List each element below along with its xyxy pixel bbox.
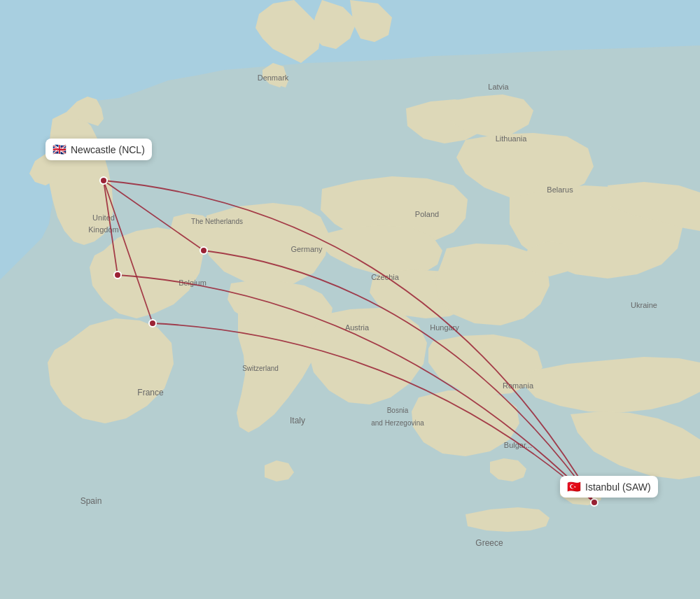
svg-text:Denmark: Denmark xyxy=(258,73,289,82)
svg-text:Belgium: Belgium xyxy=(178,279,206,287)
svg-text:Spain: Spain xyxy=(80,496,102,506)
turkey-flag-icon: 🇹🇷 xyxy=(567,480,581,493)
svg-text:Hungary: Hungary xyxy=(430,323,459,332)
svg-text:and Herzegovina: and Herzegovina xyxy=(371,419,424,427)
newcastle-label: 🇬🇧 Newcastle (NCL) xyxy=(46,139,152,160)
svg-text:France: France xyxy=(137,388,164,397)
istanbul-label: 🇹🇷 Istanbul (SAW) xyxy=(560,476,658,498)
svg-text:United: United xyxy=(92,213,115,222)
svg-text:Bosnia: Bosnia xyxy=(387,407,409,414)
svg-text:Greece: Greece xyxy=(475,538,503,548)
svg-text:Latvia: Latvia xyxy=(488,83,509,91)
svg-text:Kingdom: Kingdom xyxy=(88,225,118,234)
svg-text:The Netherlands: The Netherlands xyxy=(191,218,243,225)
svg-text:Romania: Romania xyxy=(503,381,534,390)
uk-flag-icon: 🇬🇧 xyxy=(52,143,66,156)
map-container: Denmark Latvia Lithuania Belarus Ukraine… xyxy=(0,0,700,599)
svg-text:Czechia: Czechia xyxy=(371,273,400,281)
istanbul-label-text: Istanbul (SAW) xyxy=(585,481,651,493)
newcastle-label-text: Newcastle (NCL) xyxy=(71,144,145,155)
map-svg: Denmark Latvia Lithuania Belarus Ukraine… xyxy=(0,0,700,599)
svg-text:Germany: Germany xyxy=(290,245,323,253)
svg-text:Belarus: Belarus xyxy=(547,185,573,194)
svg-text:Switzerland: Switzerland xyxy=(242,365,279,372)
svg-text:Italy: Italy xyxy=(290,416,305,425)
svg-text:Lithuania: Lithuania xyxy=(496,134,528,143)
svg-text:Ukraine: Ukraine xyxy=(631,301,657,309)
svg-text:Poland: Poland xyxy=(415,210,439,218)
svg-text:Bulgar...: Bulgar... xyxy=(504,441,532,449)
svg-text:Austria: Austria xyxy=(345,323,370,332)
